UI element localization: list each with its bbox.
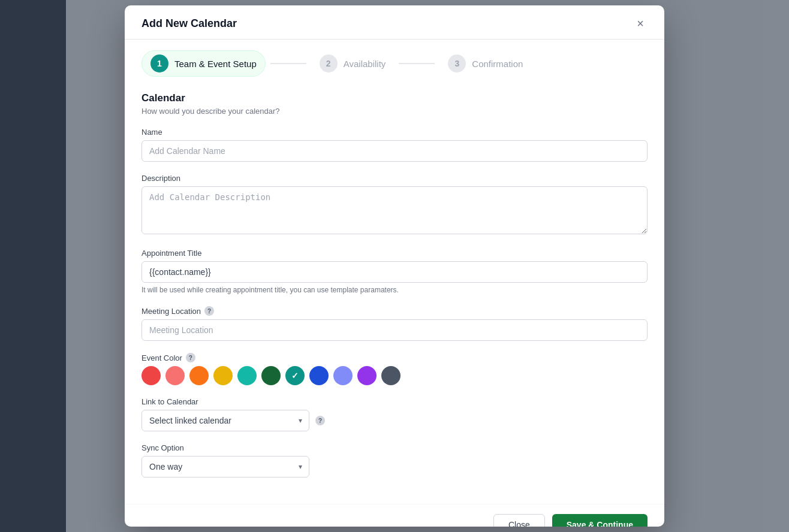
step-2-label: Availability xyxy=(344,59,386,69)
link-calendar-help-icon[interactable]: ? xyxy=(315,416,325,425)
step-1-label: Team & Event Setup xyxy=(174,59,257,69)
color-swatches xyxy=(141,366,648,385)
description-label: Description xyxy=(141,174,648,183)
event-color-group: Event Color ? xyxy=(141,353,648,385)
color-swatch-blue-teal[interactable] xyxy=(285,366,305,385)
step-3-bubble: 3 xyxy=(448,55,466,72)
link-calendar-select[interactable]: Select linked calendar xyxy=(141,410,309,431)
color-swatch-gray[interactable] xyxy=(381,366,400,385)
sync-option-select-wrap: One way ▾ xyxy=(141,456,309,477)
meeting-location-help-icon[interactable]: ? xyxy=(204,306,214,316)
appointment-title-hint: It will be used while creating appointme… xyxy=(141,286,648,294)
description-textarea[interactable] xyxy=(141,186,648,234)
sync-option-group: Sync Option One way ▾ xyxy=(141,443,648,477)
color-swatch-light-purple[interactable] xyxy=(333,366,353,385)
name-field-group: Name xyxy=(141,128,648,162)
meeting-location-group: Meeting Location ? xyxy=(141,306,648,341)
link-calendar-group: Link to Calendar Select linked calendar … xyxy=(141,397,648,431)
section-title: Calendar xyxy=(141,92,648,104)
name-label: Name xyxy=(141,128,648,137)
appointment-title-label: Appointment Title xyxy=(141,249,648,258)
section-subtitle: How would you describe your calendar? xyxy=(141,107,648,116)
color-swatch-red[interactable] xyxy=(141,366,161,385)
color-swatch-teal[interactable] xyxy=(237,366,257,385)
appointment-title-group: Appointment Title It will be used while … xyxy=(141,249,648,294)
color-swatch-orange[interactable] xyxy=(189,366,209,385)
color-swatch-dark-blue[interactable] xyxy=(309,366,329,385)
modal-title: Add New Calendar xyxy=(141,17,237,30)
event-color-label-row: Event Color ? xyxy=(141,353,648,362)
step-3-label: Confirmation xyxy=(472,59,523,69)
link-calendar-row: Select linked calendar ▾ ? xyxy=(141,410,648,431)
description-field-group: Description xyxy=(141,174,648,237)
step-2-bubble: 2 xyxy=(320,55,338,72)
modal-close-button[interactable]: × xyxy=(633,16,648,31)
event-color-help-icon[interactable]: ? xyxy=(186,353,195,362)
link-calendar-label: Link to Calendar xyxy=(141,397,648,406)
color-swatch-pink[interactable] xyxy=(165,366,185,385)
link-calendar-select-wrap: Select linked calendar ▾ xyxy=(141,410,309,431)
modal-body: Calendar How would you describe your cal… xyxy=(125,87,664,504)
step-1[interactable]: 1 Team & Event Setup xyxy=(141,50,266,77)
sync-option-label: Sync Option xyxy=(141,443,648,452)
color-swatch-dark-green[interactable] xyxy=(261,366,281,385)
meeting-location-label-row: Meeting Location ? xyxy=(141,306,648,316)
color-swatch-purple[interactable] xyxy=(357,366,377,385)
color-swatch-yellow[interactable] xyxy=(213,366,233,385)
step-3[interactable]: 3 Confirmation xyxy=(439,51,531,76)
close-button[interactable]: Close xyxy=(493,514,545,527)
event-color-label: Event Color xyxy=(141,353,182,362)
step-1-bubble: 1 xyxy=(150,55,168,72)
steps-bar: 1 Team & Event Setup 2 Availability 3 Co… xyxy=(125,40,664,87)
save-continue-button[interactable]: Save & Continue xyxy=(552,514,648,527)
meeting-location-label: Meeting Location xyxy=(141,307,201,316)
add-calendar-modal: Add New Calendar × 1 Team & Event Setup … xyxy=(125,5,664,527)
name-input[interactable] xyxy=(141,140,648,162)
appointment-title-input[interactable] xyxy=(141,261,648,283)
meeting-location-input[interactable] xyxy=(141,319,648,341)
step-divider-1 xyxy=(270,63,306,64)
modal-footer: Close Save & Continue xyxy=(125,504,664,527)
modal-header: Add New Calendar × xyxy=(125,5,664,40)
sync-option-select[interactable]: One way xyxy=(141,456,309,477)
step-divider-2 xyxy=(399,63,435,64)
step-2[interactable]: 2 Availability xyxy=(311,51,394,76)
